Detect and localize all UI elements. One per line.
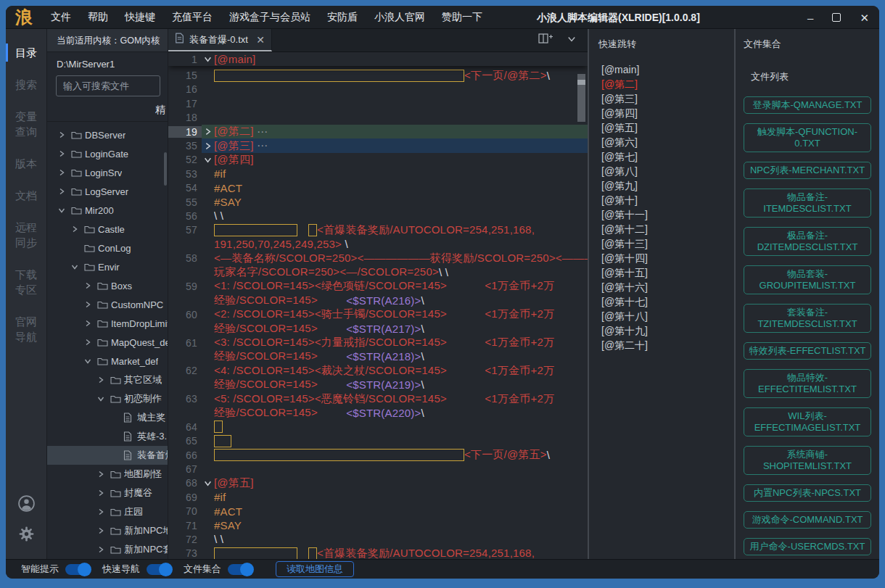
chevron-down-icon[interactable] [84, 357, 97, 365]
tree-item[interactable]: Envir [47, 257, 168, 276]
tree-item[interactable]: LogServer [47, 182, 168, 201]
file-collection-button[interactable]: 物品特效-EFFECTITEMLIST.TXT [744, 369, 871, 398]
quick-jump-item[interactable]: [@第二十] [589, 338, 734, 352]
tree-item[interactable]: 城主奖 [47, 408, 168, 427]
file-collection-button[interactable]: 极品备注-DZITEMDESCLIST.TXT [744, 227, 871, 256]
tree-item[interactable]: Market_def [47, 352, 168, 370]
chevron-right-icon[interactable] [84, 282, 97, 289]
tab-close-icon[interactable]: ✕ [256, 34, 265, 46]
code-line[interactable]: 61<3: /SCOLOR=145><力量戒指/SCOLOR=145> <1万金… [168, 336, 588, 349]
file-collection-button[interactable]: 套装备注-TZITEMDESCLIST.TXT [744, 304, 871, 333]
file-collection-button[interactable]: WIL列表-EFFECTIMAGELIST.TXT [744, 407, 871, 436]
code-line[interactable]: 经验/SCOLOR=145> <$STR(A219)>\ [168, 378, 588, 392]
code-line[interactable]: 64 [168, 420, 588, 434]
quick-jump-item[interactable]: [@第十四] [589, 251, 734, 265]
chevron-right-icon[interactable] [58, 188, 71, 195]
close-button[interactable]: ✕ [860, 12, 869, 23]
settings-gear-icon[interactable] [17, 524, 36, 543]
file-collection-button[interactable]: 游戏命令-COMMAND.TXT [744, 511, 871, 529]
quick-jump-item[interactable]: [@第五] [589, 120, 734, 135]
tree-item[interactable]: DBServer [47, 125, 168, 144]
quick-jump-item[interactable]: [@第二] [589, 77, 734, 91]
quick-jump-item[interactable]: [@第十] [589, 193, 734, 207]
chevron-right-icon[interactable] [71, 225, 84, 233]
tree-item[interactable]: LoginGate [47, 144, 168, 163]
sidebar-item-nav[interactable]: 下载 专区 [6, 264, 46, 300]
menu-item[interactable]: 快捷键 [125, 11, 155, 24]
chevron-right-icon[interactable] [97, 508, 110, 515]
editor-tab[interactable]: 装备首爆-0.txt ✕ [168, 29, 272, 51]
tree-item[interactable]: 庄园 [47, 502, 168, 521]
quick-jump-item[interactable]: [@第三] [589, 91, 734, 106]
quick-jump-item[interactable]: [@main] [589, 62, 734, 77]
chevron-right-icon[interactable] [58, 169, 71, 176]
code-line[interactable]: 63<5: /SCOLOR=145><恶魔铃铛/SCOLOR=145> <1万金… [168, 392, 588, 405]
maximize-button[interactable] [832, 13, 841, 22]
file-collection-button[interactable]: 系统商铺-SHOPITEMLIST.TXT [744, 446, 871, 475]
file-collection-button[interactable]: 触发脚本-QFUNCTION-0.TXT [744, 123, 871, 152]
code-area[interactable]: 1[@main] 15<下一页/@第二>\16171819[@第二] ⋯35[@… [168, 52, 588, 559]
quick-jump-item[interactable]: [@第十八] [589, 309, 734, 323]
code-line[interactable]: 1[@main] [168, 52, 588, 66]
quick-jump-item[interactable]: [@第八] [589, 164, 734, 178]
sidebar-item-nav[interactable]: 文档 [6, 185, 46, 206]
quick-jump-item[interactable]: [@第十七] [589, 294, 734, 309]
chevron-down-icon[interactable] [58, 207, 71, 214]
quick-jump-item[interactable]: [@第七] [589, 149, 734, 164]
chevron-right-icon[interactable] [97, 376, 110, 384]
code-line[interactable]: 16 [168, 83, 588, 96]
code-line[interactable]: 17 [168, 96, 588, 110]
code-line[interactable]: 57<首爆装备奖励/AUTOCOLOR=254,251,168, [168, 223, 588, 237]
menu-item[interactable]: 充值平台 [172, 11, 213, 24]
tree-item[interactable]: LoginSrv [47, 163, 168, 182]
chevron-right-icon[interactable] [97, 546, 110, 553]
tree-item[interactable]: 地图刷怪 [47, 465, 168, 484]
code-line[interactable]: 经验/SCOLOR=145> <$STR(A220)>\ [168, 406, 588, 420]
code-line[interactable]: 15<下一页/@第二>\ [168, 68, 588, 82]
code-line[interactable]: 65 [168, 434, 588, 448]
code-line[interactable]: 19[@第二] ⋯ [168, 125, 588, 138]
chevron-right-icon[interactable] [97, 489, 110, 497]
code-line[interactable]: 67 [168, 462, 588, 476]
tree-item[interactable]: Boxs [47, 276, 168, 295]
toggle-switch[interactable] [228, 564, 252, 575]
tree-item[interactable]: ConLog [47, 239, 168, 257]
menu-item[interactable]: 文件 [51, 11, 71, 24]
menu-item[interactable]: 小浪人官网 [374, 11, 425, 24]
quick-jump-item[interactable]: [@第四] [589, 106, 734, 120]
code-line[interactable]: 70#ACT [168, 505, 588, 518]
code-line[interactable]: 73<首爆装备奖励/AUTOCOLOR=254,251,168, [168, 547, 588, 559]
code-line[interactable]: 经验/SCOLOR=145> <$STR(A218)>\ [168, 349, 588, 363]
quick-jump-item[interactable]: [@第十九] [589, 323, 734, 338]
user-icon[interactable] [17, 494, 36, 513]
tree-item[interactable]: 新加NPC地 [47, 521, 168, 540]
tree-item[interactable]: MapQuest_def [47, 333, 168, 352]
quick-jump-item[interactable]: [@第九] [589, 178, 734, 193]
file-collection-button[interactable]: NPC列表-MERCHANT.TXT [744, 162, 871, 179]
file-collection-button[interactable]: 登录脚本-QMANAGE.TXT [744, 96, 871, 114]
code-line[interactable]: 60<2: /SCOLOR=145><骑士手镯/SCOLOR=145> <1万金… [168, 307, 588, 321]
file-search-input[interactable] [56, 75, 160, 96]
tree-item[interactable]: Mir200 [47, 201, 168, 220]
chevron-right-icon[interactable] [58, 150, 71, 157]
chevron-right-icon[interactable] [84, 301, 97, 308]
code-line[interactable]: 经验/SCOLOR=145> <$STR(A216)>\ [168, 294, 588, 307]
toggle-switch[interactable] [65, 564, 90, 575]
tree-item[interactable]: 英雄-3. [47, 427, 168, 446]
code-line[interactable]: 52[@第四] [168, 153, 588, 167]
sidebar-item-active[interactable]: 目录 [6, 42, 46, 63]
code-line[interactable]: 55#SAY [168, 195, 588, 209]
menu-item[interactable]: 帮助 [88, 11, 108, 24]
code-line[interactable]: 68[@第五] [168, 476, 588, 490]
sidebar-item-nav[interactable]: 变量 查询 [6, 106, 46, 142]
code-line[interactable]: 58<—装备名称/SCOLOR=250><——————获得奖励/SCOLOR=2… [168, 251, 588, 265]
code-line[interactable]: 35[@第三] ⋯ [168, 138, 588, 152]
quick-jump-item[interactable]: [@第十三] [589, 236, 734, 251]
fold-expanded-icon[interactable] [202, 156, 214, 164]
sidebar-item-nav[interactable]: 版本 [6, 153, 46, 174]
file-collection-button[interactable]: 物品套装-GROUPITEMLIST.TXT [744, 265, 871, 294]
file-collection-button[interactable]: 特效列表-EFFECTLIST.TXT [744, 342, 871, 360]
tree-scrollbar-thumb[interactable] [164, 152, 167, 186]
code-line[interactable]: 56\ \ [168, 209, 588, 223]
tree-item[interactable]: CustomNPC [47, 295, 168, 314]
